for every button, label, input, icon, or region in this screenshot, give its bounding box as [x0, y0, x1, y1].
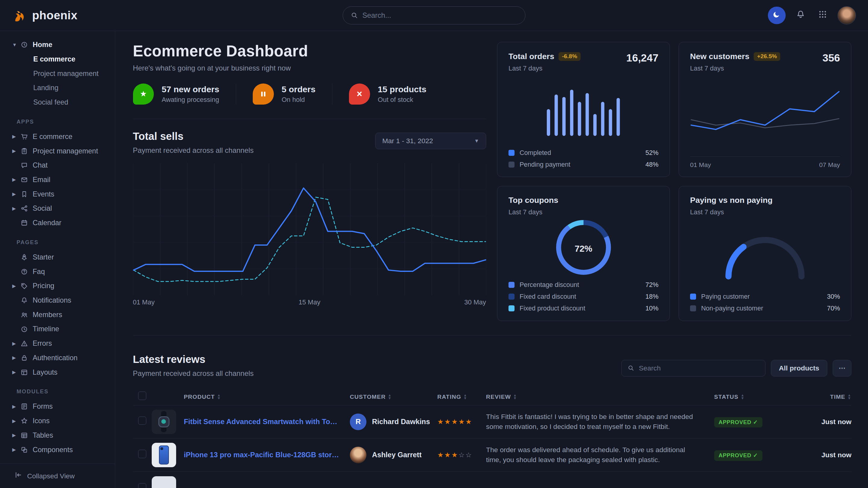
- sidebar-section-label-pages: PAGES: [0, 230, 115, 250]
- product-image-smartwatch: [152, 410, 176, 434]
- divider: [133, 119, 486, 119]
- bell-icon: [21, 297, 31, 304]
- latest-reviews-subtitle: Payment received across all channels: [133, 369, 254, 378]
- x-label-start: 01 May: [133, 298, 155, 306]
- more-options-button[interactable]: ⋯: [833, 360, 851, 377]
- search-input[interactable]: [362, 11, 517, 20]
- dashboard-cards: Total orders -6.8% Last 7 days 16,247 Co…: [497, 42, 851, 321]
- sort-icon: ▲▼: [463, 394, 467, 399]
- product-link[interactable]: iPhone 13 pro max-Pacific Blue-128GB sto…: [184, 451, 350, 459]
- date-range-value: Mar 1 - 31, 2022: [382, 137, 433, 145]
- sidebar-item-starter[interactable]: Starter: [0, 250, 115, 264]
- column-header-product[interactable]: PRODUCT▲▼: [184, 394, 350, 400]
- sidebar-subitem-project-management[interactable]: Project management: [0, 66, 115, 81]
- row-checkbox[interactable]: [138, 417, 147, 425]
- theme-toggle-button[interactable]: [768, 7, 786, 24]
- star-icon: ★: [133, 84, 154, 105]
- customer-avatar-photo: [350, 447, 367, 463]
- time-cell: Just now: [786, 451, 851, 459]
- sidebar-item-faq[interactable]: Faq: [0, 264, 115, 279]
- clock-icon: [21, 326, 31, 333]
- paying-gauge-chart: [690, 216, 840, 293]
- collapse-icon: [14, 471, 22, 481]
- product-link[interactable]: Fitbit Sense Advanced Smartwatch with To…: [184, 418, 350, 426]
- navbar-actions: [768, 6, 856, 25]
- sidebar-item-forms[interactable]: ▶Forms: [0, 399, 115, 414]
- column-header-rating[interactable]: RATING▲▼: [437, 394, 486, 400]
- sidebar: ▼HomeE commerceProject managementLanding…: [0, 31, 115, 488]
- sidebar-item-components[interactable]: ▶Components: [0, 443, 115, 457]
- bell-icon: [796, 10, 805, 21]
- sidebar-item-layouts[interactable]: ▶Layouts: [0, 365, 115, 380]
- column-header-customer[interactable]: CUSTOMER▲▼: [350, 394, 437, 400]
- sidebar-item-authentication[interactable]: ▶Authentication: [0, 351, 115, 365]
- row-checkbox[interactable]: [138, 483, 147, 488]
- sidebar-item-social[interactable]: ▶Social: [0, 201, 115, 216]
- new-customers-period: Last 7 days: [690, 65, 780, 72]
- legend-swatch: [508, 162, 515, 168]
- total-sells-x-axis: 01 May 15 May 30 May: [133, 298, 486, 306]
- star-icon: [21, 417, 31, 425]
- caret-icon: ▶: [12, 191, 21, 197]
- legend-swatch: [690, 305, 696, 312]
- alert-icon: [21, 340, 31, 347]
- legend-item-completed: Completed52%: [508, 149, 658, 157]
- column-header-review[interactable]: REVIEW▲▼: [486, 394, 714, 400]
- select-all-checkbox[interactable]: [138, 392, 147, 400]
- latest-reviews-title: Latest reviews: [133, 353, 254, 365]
- top-coupons-legend: Percentage discount72%Fixed card discoun…: [508, 281, 658, 312]
- sidebar-item-events[interactable]: ▶Events: [0, 187, 115, 201]
- sidebar-item-project-management[interactable]: ▶Project management: [0, 144, 115, 158]
- form-icon: [21, 403, 31, 410]
- column-header-time[interactable]: TIME▲▼: [786, 394, 851, 400]
- moon-icon: [772, 10, 781, 21]
- top-navbar: phoenix: [0, 0, 868, 31]
- global-search[interactable]: [343, 6, 525, 25]
- legend-swatch: [508, 150, 515, 156]
- table-body: Fitbit Sense Advanced Smartwatch with To…: [133, 405, 851, 488]
- sidebar-item-calendar[interactable]: Calendar: [0, 216, 115, 230]
- user-avatar[interactable]: [838, 6, 856, 25]
- legend-item-fixed-card-discount: Fixed card discount18%: [508, 293, 658, 300]
- sidebar-item-email[interactable]: ▶Email: [0, 173, 115, 187]
- sidebar-item-chat[interactable]: Chat: [0, 158, 115, 173]
- reviews-search[interactable]: [621, 360, 765, 377]
- top-coupons-donut: 72%: [553, 217, 615, 281]
- legend-item-percentage-discount: Percentage discount72%: [508, 281, 658, 289]
- caret-icon: ▶: [12, 404, 21, 409]
- legend-swatch: [508, 294, 515, 300]
- row-checkbox[interactable]: [138, 450, 147, 458]
- notifications-button[interactable]: [793, 8, 808, 23]
- sidebar-subitem-e-commerce[interactable]: E commerce: [0, 52, 115, 67]
- sort-icon: ▲▼: [388, 394, 392, 399]
- column-header-status[interactable]: STATUS▲▼: [714, 394, 786, 400]
- rating-stars: ★★★☆☆: [437, 451, 486, 459]
- cart-icon: [21, 133, 31, 140]
- paying-title: Paying vs non paying: [690, 196, 773, 205]
- sidebar-item-home[interactable]: ▼Home: [0, 38, 115, 52]
- reviews-search-input[interactable]: [639, 364, 759, 372]
- product-image-iphone: [152, 443, 176, 467]
- question-icon: [21, 268, 31, 275]
- sidebar-item-errors[interactable]: ▶Errors: [0, 336, 115, 351]
- sidebar-item-notifications[interactable]: Notifications: [0, 293, 115, 308]
- legend-swatch: [690, 294, 696, 300]
- sidebar-subitem-social-feed[interactable]: Social feed: [0, 95, 115, 110]
- date-range-select[interactable]: Mar 1 - 31, 2022 ▼: [375, 133, 486, 149]
- new-customers-chart: [690, 72, 840, 156]
- collapsed-view-toggle[interactable]: Collapsed View: [0, 464, 115, 488]
- all-products-button[interactable]: All products: [771, 360, 827, 377]
- reviews-table: PRODUCT▲▼CUSTOMER▲▼RATING▲▼REVIEW▲▼STATU…: [133, 389, 851, 488]
- sidebar-subitem-landing[interactable]: Landing: [0, 81, 115, 95]
- x-label-end: 07 May: [819, 161, 840, 168]
- apps-grid-button[interactable]: [815, 8, 830, 23]
- sidebar-item-e-commerce[interactable]: ▶E commerce: [0, 129, 115, 144]
- sidebar-item-tables[interactable]: ▶Tables: [0, 428, 115, 443]
- top-coupons-title: Top coupons: [508, 196, 558, 205]
- sidebar-item-icons[interactable]: ▶Icons: [0, 414, 115, 428]
- review-text: The order was delivered ahead of schedul…: [486, 445, 714, 465]
- brand[interactable]: phoenix: [12, 8, 77, 23]
- sidebar-item-timeline[interactable]: Timeline: [0, 322, 115, 336]
- sidebar-item-members[interactable]: Members: [0, 307, 115, 322]
- sidebar-item-pricing[interactable]: ▶Pricing: [0, 279, 115, 293]
